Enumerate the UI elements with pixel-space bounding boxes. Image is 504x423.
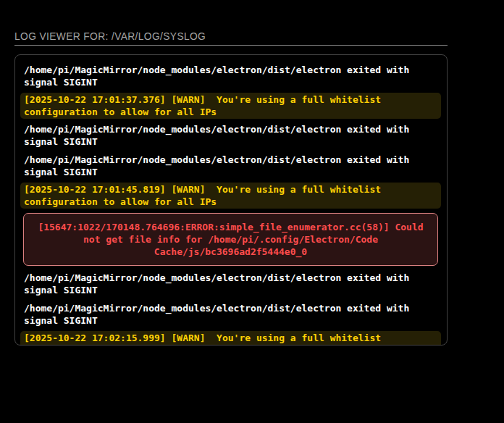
log-entry-info: /home/pi/MagicMirror/node_modules/electr… — [20, 152, 441, 180]
log-entry-warn: [2025-10-22 17:02:15.999] [WARN] You're … — [20, 331, 441, 345]
log-entry-error: [15647:1022/170148.764696:ERROR:simple_f… — [23, 213, 438, 266]
log-entry-warn: [2025-10-22 17:01:37.376] [WARN] You're … — [20, 93, 441, 119]
log-viewer-page: LOG VIEWER FOR: /VAR/LOG/SYSLOG /home/pi… — [0, 0, 504, 423]
log-entry-warn: [2025-10-22 17:01:45.819] [WARN] You're … — [20, 183, 441, 209]
page-title: LOG VIEWER FOR: /VAR/LOG/SYSLOG — [14, 30, 206, 42]
log-entry-info: /home/pi/MagicMirror/node_modules/electr… — [20, 62, 441, 90]
header-divider — [14, 45, 448, 46]
log-container[interactable]: /home/pi/MagicMirror/node_modules/electr… — [14, 54, 448, 345]
log-entry-info: /home/pi/MagicMirror/node_modules/electr… — [20, 301, 441, 328]
log-entry-info: /home/pi/MagicMirror/node_modules/electr… — [20, 270, 441, 298]
log-entry-info: /home/pi/MagicMirror/node_modules/electr… — [20, 122, 441, 149]
